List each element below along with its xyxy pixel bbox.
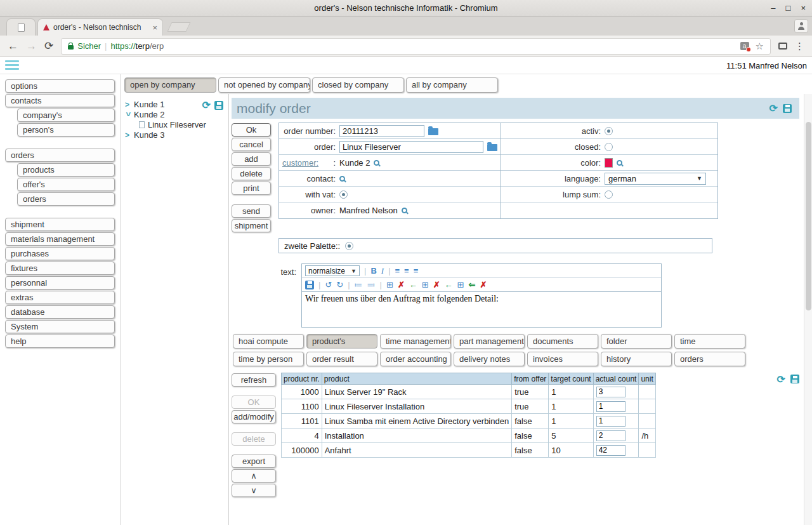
language-select[interactable]: german ▼	[605, 173, 706, 185]
tab-time-by-person[interactable]: time by person	[233, 352, 304, 366]
customer-link[interactable]: customer:	[282, 158, 318, 168]
col-actual-count[interactable]: actual count	[593, 373, 639, 385]
closed-radio[interactable]	[605, 143, 613, 151]
new-tab-button[interactable]	[167, 22, 191, 32]
table-row[interactable]: 1000 Linux Server 19" Rack true 1	[282, 385, 656, 399]
tab-time-management[interactable]: time management	[380, 334, 451, 349]
send-button[interactable]: send	[232, 204, 271, 218]
bold-icon[interactable]: B	[370, 267, 376, 275]
tree-item-linux-fileserver[interactable]: Linux Fileserver	[139, 120, 228, 130]
tab-invoices[interactable]: invoices	[527, 352, 598, 366]
tab-open-by-company[interactable]: open by company	[124, 77, 216, 93]
sidebar-item-help[interactable]: help	[5, 335, 115, 348]
search-icon[interactable]	[617, 160, 622, 166]
browser-tab-active[interactable]: order's - Nelson technisch ×	[37, 18, 163, 36]
browser-tab-secondary[interactable]	[6, 18, 36, 36]
actual-count-input[interactable]	[596, 387, 625, 397]
profile-button[interactable]	[794, 19, 808, 33]
browser-menu-icon[interactable]: ⋮	[795, 41, 804, 52]
actual-count-input[interactable]	[596, 430, 625, 441]
reload-button[interactable]: ⟳	[44, 41, 53, 51]
sidebar-item-options[interactable]: options	[5, 79, 115, 93]
search-icon[interactable]	[339, 176, 345, 182]
insert-column-icon[interactable]: ⊞	[422, 281, 429, 289]
tab-documents[interactable]: documents	[527, 334, 598, 349]
italic-icon[interactable]: I	[381, 267, 384, 275]
col-target-count[interactable]: target count	[549, 373, 593, 385]
close-button[interactable]: ×	[801, 3, 806, 13]
delete-column-icon[interactable]: ✗	[433, 281, 440, 289]
delete-button[interactable]: delete	[232, 167, 271, 180]
tab-closed-by-company[interactable]: closed by company	[312, 77, 404, 93]
tab-orders[interactable]: orders	[674, 352, 745, 366]
chevron-right-icon[interactable]: >	[125, 131, 131, 139]
folder-icon[interactable]	[428, 128, 438, 135]
col-unit[interactable]: unit	[639, 373, 655, 385]
maximize-button[interactable]: □	[786, 3, 791, 13]
order-number-input[interactable]	[339, 125, 424, 137]
minimize-button[interactable]: –	[771, 3, 775, 13]
sidebar-item-persons[interactable]: person's	[17, 123, 115, 136]
actual-count-input[interactable]	[596, 401, 625, 412]
scrollbar[interactable]	[804, 94, 812, 525]
tree-item-kunde-3[interactable]: > Kunde 3	[125, 130, 228, 140]
table-row[interactable]: 4 Installation false 5 /h	[282, 429, 656, 443]
save-icon[interactable]	[214, 101, 223, 110]
lump-sum-radio[interactable]	[605, 190, 613, 199]
with-vat-radio[interactable]	[339, 190, 348, 199]
forward-button[interactable]: →	[26, 41, 37, 51]
tab-history[interactable]: history	[601, 352, 672, 366]
merge-cells-icon[interactable]: ⊞	[457, 281, 464, 289]
tab-hoai-compute[interactable]: hoai compute	[233, 334, 304, 349]
hamburger-menu-icon[interactable]	[5, 60, 19, 70]
sidebar-item-orders-sub[interactable]: orders	[17, 192, 115, 206]
scrollbar-thumb[interactable]	[806, 122, 811, 310]
numbered-list-icon[interactable]: ≔	[355, 281, 363, 289]
sidebar-item-database[interactable]: database	[5, 305, 115, 319]
refresh-icon[interactable]: ⟳	[202, 100, 211, 110]
sidebar-item-offers[interactable]: offer's	[17, 178, 115, 191]
sidebar-item-fixtures[interactable]: fixtures	[5, 262, 115, 275]
lock-icon[interactable]	[68, 45, 74, 50]
sidebar-item-system[interactable]: System	[5, 320, 115, 333]
col-from-offer[interactable]: from offer	[512, 373, 549, 385]
tab-order-accounting[interactable]: order accounting	[380, 352, 451, 366]
actual-count-input[interactable]	[596, 416, 625, 427]
font-size-select[interactable]: normalsize ▼	[305, 265, 360, 276]
col-product-nr[interactable]: product nr.	[282, 373, 322, 385]
sidebar-item-shipment[interactable]: shipment	[5, 218, 115, 231]
chevron-down-icon[interactable]: >	[124, 112, 132, 117]
search-icon[interactable]	[374, 160, 379, 166]
search-icon[interactable]	[402, 208, 407, 213]
tab-not-opened-by-company[interactable]: not opened by company	[218, 77, 310, 93]
address-bar[interactable]: Sicher | https://terp/erp a ☆	[61, 38, 771, 55]
sidebar-item-products[interactable]: products	[17, 163, 115, 176]
export-button[interactable]: export	[232, 455, 276, 468]
col-product[interactable]: product	[322, 373, 511, 385]
sidebar-item-companys[interactable]: company's	[17, 109, 115, 122]
redo-icon[interactable]: ↻	[336, 281, 343, 289]
tab-order-result[interactable]: order result	[306, 352, 377, 366]
cancel-button[interactable]: cancel	[232, 138, 271, 151]
table-row[interactable]: 100000 Anfahrt false 10	[282, 443, 656, 458]
insert-column-left-icon[interactable]: ←	[409, 281, 417, 289]
tab-folder[interactable]: folder	[601, 334, 672, 349]
save-icon[interactable]	[790, 375, 799, 383]
move-down-button[interactable]: ∨	[232, 484, 276, 497]
add-modify-button[interactable]: add/modify	[232, 410, 276, 423]
window-toggle-icon[interactable]	[778, 43, 787, 50]
split-cells-icon[interactable]: ⇐	[469, 281, 476, 289]
tab-products[interactable]: product's	[306, 334, 377, 349]
tab-all-by-company[interactable]: all by company	[406, 77, 498, 93]
back-button[interactable]: ←	[8, 41, 18, 51]
sidebar-item-purchases[interactable]: purchases	[5, 247, 115, 260]
zweite-palette-radio[interactable]	[345, 242, 353, 250]
color-swatch[interactable]	[605, 158, 613, 168]
undo-icon[interactable]: ↺	[325, 281, 332, 289]
bookmark-star-icon[interactable]: ☆	[756, 41, 764, 52]
table-row[interactable]: 1101 Linux Samba mit einem Active Direct…	[282, 414, 656, 429]
align-center-icon[interactable]: ≡	[404, 267, 409, 275]
tab-close-icon[interactable]: ×	[152, 23, 157, 32]
order-input[interactable]	[339, 141, 483, 153]
delete-table-icon[interactable]: ✗	[398, 281, 405, 289]
